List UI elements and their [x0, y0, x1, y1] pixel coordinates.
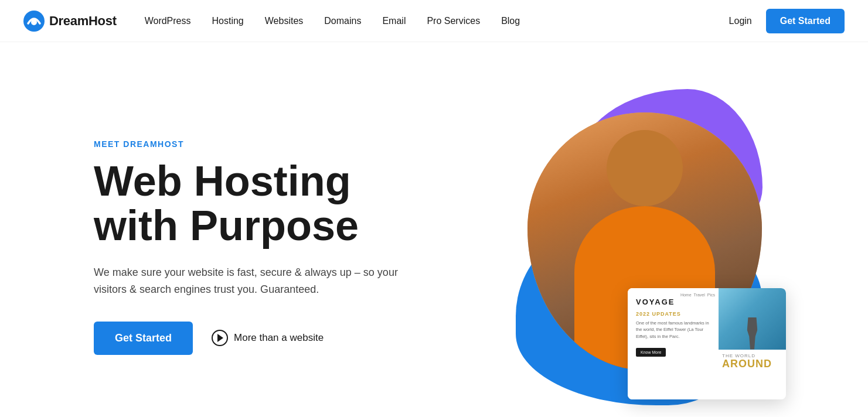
- nav-right: Login Get Started: [729, 9, 845, 33]
- hero-title-line1: Web Hosting: [94, 158, 351, 204]
- hero-content: MEET DREAMHOST Web Hosting with Purpose …: [94, 139, 481, 355]
- navbar: DreamHost WordPress Hosting Websites Dom…: [0, 0, 868, 42]
- hero-title-line2: with Purpose: [94, 202, 359, 249]
- voyage-around: AROUND: [722, 358, 782, 369]
- svg-point-1: [31, 19, 37, 25]
- nav-link-domains[interactable]: Domains: [324, 16, 361, 26]
- nav-link-websites[interactable]: Websites: [265, 16, 304, 26]
- voyage-world-text: THE WORLD AROUND: [719, 350, 786, 369]
- dreamhost-logo-icon: [23, 11, 45, 32]
- hero-subtitle: We make sure your website is fast, secur…: [94, 264, 422, 298]
- logo-text: DreamHost: [49, 13, 117, 29]
- nav-link-hosting[interactable]: Hosting: [212, 16, 244, 26]
- hero-get-started-button[interactable]: Get Started: [94, 322, 193, 355]
- voyage-nav: Home Travel Pics: [680, 293, 715, 297]
- voyage-card: Home Travel Pics VOYAGE 2022 UPDATES One…: [628, 288, 786, 399]
- logo[interactable]: DreamHost: [23, 11, 117, 32]
- voyage-card-content: Home Travel Pics VOYAGE 2022 UPDATES One…: [628, 288, 719, 399]
- voyage-know-more-button[interactable]: Know More: [636, 348, 666, 357]
- voyage-eiffel-image: [719, 288, 786, 350]
- voyage-nav-travel: Travel: [694, 293, 705, 297]
- eiffel-tower-icon: [742, 317, 763, 350]
- more-than-website-link[interactable]: More than a website: [212, 330, 324, 346]
- hero-eyebrow: MEET DREAMHOST: [94, 139, 481, 149]
- voyage-updates-label: 2022 UPDATES: [636, 311, 710, 317]
- nav-link-blog[interactable]: Blog: [501, 16, 520, 26]
- nav-links: WordPress Hosting Websites Domains Email…: [145, 16, 729, 26]
- hero-visual: Home Travel Pics VOYAGE 2022 UPDATES One…: [481, 77, 809, 417]
- hero-actions: Get Started More than a website: [94, 322, 481, 355]
- voyage-nav-pics: Pics: [707, 293, 715, 297]
- nav-link-pro-services[interactable]: Pro Services: [427, 16, 480, 26]
- nav-get-started-button[interactable]: Get Started: [766, 9, 845, 33]
- voyage-card-image: THE WORLD AROUND: [719, 288, 786, 399]
- voyage-description: One of the most famous landmarks in the …: [636, 320, 710, 340]
- hero-section: MEET DREAMHOST Web Hosting with Purpose …: [0, 42, 868, 417]
- voyage-nav-home: Home: [680, 293, 692, 297]
- nav-link-email[interactable]: Email: [382, 16, 406, 26]
- more-than-website-label: More than a website: [234, 332, 324, 344]
- hero-title: Web Hosting with Purpose: [94, 159, 481, 248]
- play-icon: [212, 330, 228, 346]
- login-link[interactable]: Login: [729, 16, 752, 26]
- voyage-brand: VOYAGE: [636, 298, 710, 306]
- nav-link-wordpress[interactable]: WordPress: [145, 16, 191, 26]
